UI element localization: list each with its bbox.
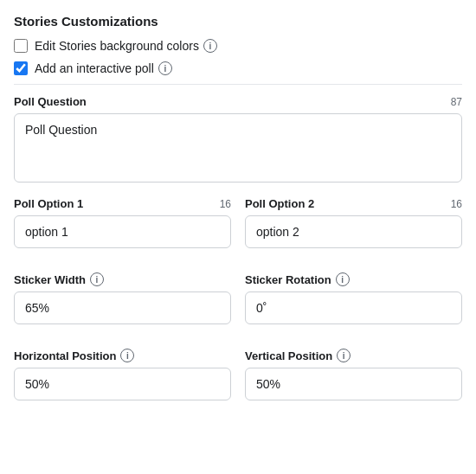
sticker-width-input[interactable] bbox=[14, 291, 231, 324]
background-checkbox-row: Edit Stories background colors i bbox=[14, 39, 462, 53]
poll-question-label: Poll Question bbox=[14, 95, 87, 108]
poll-option2-label: Poll Option 2 bbox=[245, 197, 314, 210]
sticker-width-header: Sticker Width i bbox=[14, 272, 231, 286]
poll-options-row: Poll Option 1 16 Poll Option 2 16 bbox=[14, 197, 462, 260]
poll-option2-section: Poll Option 2 16 bbox=[245, 197, 462, 248]
vertical-position-info-icon[interactable]: i bbox=[337, 349, 351, 362]
sticker-rotation-header: Sticker Rotation i bbox=[245, 272, 462, 286]
poll-question-count: 87 bbox=[451, 96, 462, 108]
horizontal-position-info-icon[interactable]: i bbox=[120, 349, 134, 362]
vertical-position-label: Vertical Position i bbox=[245, 349, 351, 362]
sticker-width-section: Sticker Width i bbox=[14, 272, 231, 324]
vertical-position-header: Vertical Position i bbox=[245, 349, 462, 362]
poll-option2-count: 16 bbox=[451, 198, 462, 210]
poll-option1-header: Poll Option 1 16 bbox=[14, 197, 231, 210]
horizontal-position-header: Horizontal Position i bbox=[14, 349, 231, 362]
sticker-rotation-info-icon[interactable]: i bbox=[336, 272, 350, 286]
section-title: Stories Customizations bbox=[14, 14, 462, 29]
horizontal-position-input[interactable] bbox=[14, 368, 231, 400]
poll-option1-count: 16 bbox=[220, 198, 231, 210]
poll-question-section: Poll Question 87 bbox=[14, 95, 462, 185]
poll-question-textarea[interactable] bbox=[14, 113, 462, 183]
sticker-width-label: Sticker Width i bbox=[14, 272, 104, 286]
poll-option2-header: Poll Option 2 16 bbox=[245, 197, 462, 210]
poll-info-icon[interactable]: i bbox=[158, 61, 172, 75]
poll-checkbox-label: Add an interactive poll i bbox=[35, 61, 172, 75]
sticker-rotation-label: Sticker Rotation i bbox=[245, 272, 350, 286]
main-container: Stories Customizations Edit Stories back… bbox=[0, 0, 476, 439]
vertical-position-input[interactable] bbox=[245, 368, 462, 400]
poll-checkbox[interactable] bbox=[14, 61, 28, 75]
background-checkbox-label: Edit Stories background colors i bbox=[35, 39, 217, 53]
sticker-rotation-input[interactable] bbox=[245, 291, 462, 324]
sticker-width-info-icon[interactable]: i bbox=[90, 272, 104, 286]
sticker-row: Sticker Width i Sticker Rotation i bbox=[14, 272, 462, 336]
poll-question-header: Poll Question 87 bbox=[14, 95, 462, 108]
poll-checkbox-row: Add an interactive poll i bbox=[14, 61, 462, 75]
horizontal-position-section: Horizontal Position i bbox=[14, 349, 231, 400]
poll-option1-input[interactable] bbox=[14, 215, 231, 248]
divider bbox=[14, 84, 462, 85]
horizontal-position-label: Horizontal Position i bbox=[14, 349, 134, 362]
background-info-icon[interactable]: i bbox=[203, 39, 217, 53]
background-checkbox[interactable] bbox=[14, 39, 28, 53]
vertical-position-section: Vertical Position i bbox=[245, 349, 462, 400]
sticker-rotation-section: Sticker Rotation i bbox=[245, 272, 462, 324]
position-row: Horizontal Position i Vertical Position … bbox=[14, 349, 462, 413]
poll-option1-section: Poll Option 1 16 bbox=[14, 197, 231, 248]
poll-option1-label: Poll Option 1 bbox=[14, 197, 83, 210]
poll-option2-input[interactable] bbox=[245, 215, 462, 248]
